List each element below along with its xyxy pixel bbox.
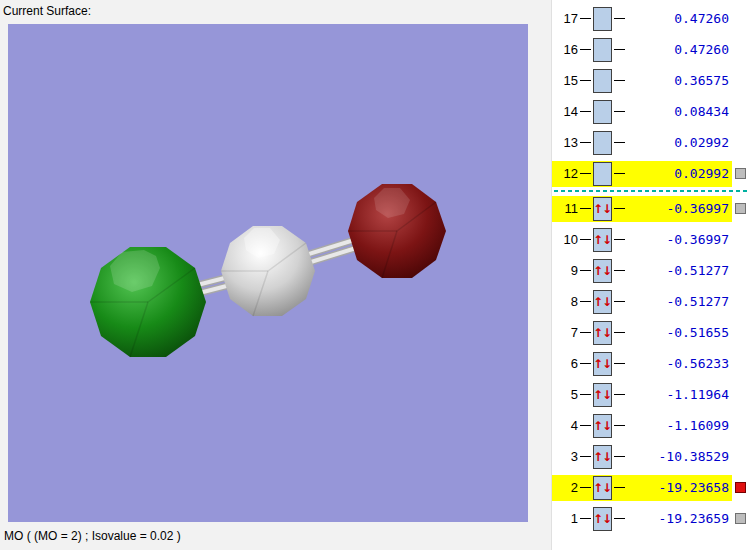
mo-row-inner: 10↑↓-0.36997: [552, 227, 732, 253]
level-line-right: [614, 111, 625, 112]
mo-number: 3: [554, 449, 578, 464]
mo-surface-window: Current Surface:: [0, 0, 749, 550]
level-line-left: [580, 239, 591, 240]
mo-energy-value: -0.56233: [627, 356, 732, 371]
mo-number: 8: [554, 294, 578, 309]
marker-slot: [732, 34, 749, 65]
mo-orbital-box[interactable]: [593, 131, 612, 155]
mo-orbital-box[interactable]: [593, 69, 612, 93]
mo-orbital-box[interactable]: ↑↓: [593, 321, 612, 345]
mo-row-1[interactable]: 1↑↓-19.23659: [552, 503, 749, 534]
mo-number: 9: [554, 263, 578, 278]
marker-slot: [732, 96, 749, 127]
mo-number: 1: [554, 511, 578, 526]
level-line-left: [580, 518, 591, 519]
mo-orbital-box[interactable]: ↑↓: [593, 507, 612, 531]
mo-orbital-box[interactable]: [593, 7, 612, 31]
mo-orbital-box[interactable]: ↑↓: [593, 445, 612, 469]
mo-row-7[interactable]: 7↑↓-0.51655: [552, 317, 749, 348]
mo-row-inner: 11↑↓-0.36997: [552, 196, 732, 222]
red-atom[interactable]: [348, 184, 446, 278]
mo-number: 7: [554, 325, 578, 340]
mo-row-12[interactable]: 120.02992: [552, 158, 749, 189]
mo-row-6[interactable]: 6↑↓-0.56233: [552, 348, 749, 379]
mo-row-14[interactable]: 140.08434: [552, 96, 749, 127]
level-line-right: [614, 80, 625, 81]
mo-row-15[interactable]: 150.36575: [552, 65, 749, 96]
marker-slot: [732, 127, 749, 158]
level-line-left: [580, 49, 591, 50]
level-line-right: [614, 18, 625, 19]
green-atom[interactable]: [90, 247, 206, 357]
surface-view-pane: Current Surface:: [0, 0, 550, 550]
mo-row-16[interactable]: 160.47260: [552, 34, 749, 65]
mo-number: 13: [554, 135, 578, 150]
spin-down-arrow: ↓: [602, 296, 612, 308]
mo-row-inner: 5↑↓-1.11964: [552, 382, 732, 408]
mo-energy-value: -19.23659: [627, 511, 732, 526]
mo-orbital-box[interactable]: ↑↓: [593, 414, 612, 438]
mo-row-inner: 7↑↓-0.51655: [552, 320, 732, 346]
mo-row-9[interactable]: 9↑↓-0.51277: [552, 255, 749, 286]
mo-orbital-box[interactable]: ↑↓: [593, 476, 612, 500]
mo-orbital-box[interactable]: [593, 162, 612, 186]
spin-down-arrow: ↓: [602, 389, 612, 401]
mo-number: 12: [554, 166, 578, 181]
homo-lumo-separator: [554, 190, 747, 192]
marker-slot: [732, 193, 749, 224]
mo-orbital-box[interactable]: ↑↓: [593, 383, 612, 407]
molecule-canvas: [8, 24, 528, 522]
level-line-right: [614, 301, 625, 302]
mo-row-inner: 8↑↓-0.51277: [552, 289, 732, 315]
level-line-right: [614, 142, 625, 143]
mo-orbital-box[interactable]: ↑↓: [593, 197, 612, 221]
mo-orbital-box[interactable]: [593, 38, 612, 62]
mo-number: 2: [554, 480, 578, 495]
mo-orbital-box[interactable]: ↑↓: [593, 290, 612, 314]
mo-row-11[interactable]: 11↑↓-0.36997: [552, 193, 749, 224]
mo-row-13[interactable]: 130.02992: [552, 127, 749, 158]
mo-orbital-box[interactable]: ↑↓: [593, 228, 612, 252]
mo-energy-value: -0.51655: [627, 325, 732, 340]
level-line-left: [580, 80, 591, 81]
mo-visual-marker[interactable]: [735, 513, 746, 524]
mo-row-8[interactable]: 8↑↓-0.51277: [552, 286, 749, 317]
level-line-right: [614, 456, 625, 457]
mo-visual-marker[interactable]: [735, 168, 746, 179]
mo-row-3[interactable]: 3↑↓-10.38529: [552, 441, 749, 472]
mo-row-inner: 160.47260: [552, 37, 732, 63]
mo-number: 15: [554, 73, 578, 88]
level-line-right: [614, 332, 625, 333]
mo-visual-marker[interactable]: [735, 482, 746, 493]
mo-row-10[interactable]: 10↑↓-0.36997: [552, 224, 749, 255]
mo-row-5[interactable]: 5↑↓-1.11964: [552, 379, 749, 410]
mo-energy-value: 0.47260: [627, 42, 732, 57]
mo-energy-value: -1.16099: [627, 418, 732, 433]
marker-slot: [732, 3, 749, 34]
mo-energy-value: -19.23658: [627, 480, 732, 495]
spin-down-arrow: ↓: [602, 482, 612, 494]
mo-row-17[interactable]: 170.47260: [552, 3, 749, 34]
mo-row-4[interactable]: 4↑↓-1.16099: [552, 410, 749, 441]
molecule-viewport[interactable]: [8, 24, 528, 522]
level-line-left: [580, 111, 591, 112]
mo-orbital-box[interactable]: ↑↓: [593, 352, 612, 376]
mo-row-inner: 140.08434: [552, 99, 732, 125]
marker-slot: [732, 255, 749, 286]
spin-down-arrow: ↓: [602, 265, 612, 277]
mo-row-inner: 130.02992: [552, 130, 732, 156]
level-line-left: [580, 394, 591, 395]
mo-row-2[interactable]: 2↑↓-19.23658: [552, 472, 749, 503]
mo-orbital-box[interactable]: [593, 100, 612, 124]
marker-slot: [732, 503, 749, 534]
mo-energy-value: -1.11964: [627, 387, 732, 402]
mo-list: 170.47260160.47260150.36575140.08434130.…: [551, 0, 749, 550]
mo-orbital-box[interactable]: ↑↓: [593, 259, 612, 283]
mo-visual-marker[interactable]: [735, 203, 746, 214]
gray-atom[interactable]: [221, 226, 315, 316]
spin-down-arrow: ↓: [602, 420, 612, 432]
mo-energy-value: 0.08434: [627, 104, 732, 119]
mo-energy-value: 0.02992: [627, 135, 732, 150]
mo-row-inner: 2↑↓-19.23658: [552, 475, 732, 501]
mo-number: 17: [554, 11, 578, 26]
